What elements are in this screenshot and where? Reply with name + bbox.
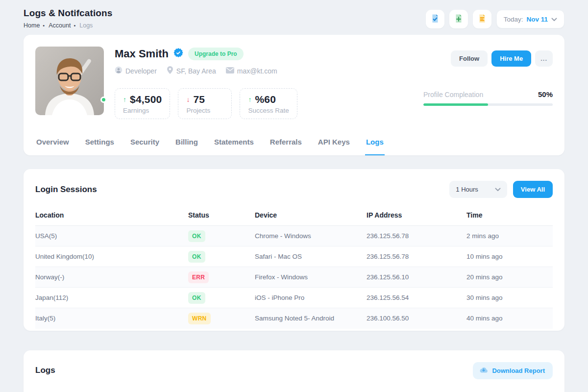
file-check-icon-button[interactable]: [426, 10, 444, 28]
file-plus-icon: [453, 13, 464, 25]
hire-me-button[interactable]: Hire Me: [491, 50, 531, 67]
column-header-status: Status: [188, 205, 255, 226]
status-badge: ERR: [188, 271, 209, 283]
tab-billing[interactable]: Billing: [174, 136, 199, 155]
page-title: Logs & Notifcations: [24, 8, 112, 19]
profile-role-label: Developer: [125, 67, 157, 75]
verified-badge-icon: [173, 48, 183, 60]
table-row[interactable]: Italy(5)WRNSamsung Noted 5- Android236.1…: [35, 308, 553, 329]
profile-right: Follow Hire Me ... Profile Compleation 5…: [423, 47, 553, 119]
cell-location: Italy(5): [35, 308, 188, 329]
sessions-filter-value: 1 Hours: [456, 186, 478, 193]
logs-title: Logs: [35, 366, 55, 375]
tab-security[interactable]: Security: [129, 136, 160, 155]
upgrade-to-pro-badge[interactable]: Upgrade to Pro: [188, 48, 244, 60]
follow-button[interactable]: Follow: [451, 50, 488, 67]
cell-device: iOS - iPhone Pro: [255, 288, 367, 308]
page-root: Logs & Notifcations Home•Account•Logs To: [0, 0, 588, 392]
topbar-actions: Today: Nov 11: [426, 10, 564, 28]
completion-progress-fill: [423, 103, 488, 106]
file-lines-icon: [477, 13, 488, 25]
cell-location: Japan(112): [35, 288, 188, 308]
breadcrumb-item-logs: Logs: [79, 22, 93, 29]
more-options-button[interactable]: ...: [535, 50, 553, 67]
cell-device: Samsung Noted 5- Android: [255, 308, 367, 329]
status-badge: OK: [188, 292, 205, 304]
profile-email-label: max@kt.com: [237, 67, 277, 75]
chevron-down-icon: [495, 186, 501, 193]
cell-ip: 236.125.56.54: [367, 288, 466, 308]
table-row[interactable]: USA(5)OKChrome - Windows236.125.56.782 m…: [35, 226, 553, 246]
file-lines-icon-button[interactable]: [473, 10, 491, 28]
stat-label: Success Rate: [248, 107, 289, 114]
profile-location-label: SF, Bay Area: [176, 67, 216, 75]
column-header-device: Device: [255, 205, 367, 226]
view-all-button[interactable]: View All: [513, 181, 553, 198]
ellipsis-icon: ...: [540, 55, 547, 62]
topbar-left: Logs & Notifcations Home•Account•Logs: [24, 8, 112, 29]
date-picker[interactable]: Today: Nov 11: [496, 10, 564, 28]
table-row[interactable]: United Kingdom(10)OKSafari - Mac OS236.1…: [35, 246, 553, 267]
column-header-time: Time: [466, 205, 553, 226]
avatar-photo: [35, 47, 104, 115]
tab-referrals[interactable]: Referrals: [269, 136, 303, 155]
cell-status: OK: [188, 288, 255, 308]
date-value: Nov 11: [526, 16, 548, 23]
tab-api-keys[interactable]: API Keys: [317, 136, 351, 155]
tab-statements[interactable]: Statements: [213, 136, 255, 155]
stat-label: Projects: [186, 107, 223, 114]
tab-logs[interactable]: Logs: [365, 136, 385, 155]
arrow-up-icon: ↑: [248, 96, 251, 103]
sessions-filter-dropdown[interactable]: 1 Hours: [449, 181, 507, 198]
cloud-download-icon: [479, 367, 488, 375]
cell-status: ERR: [188, 267, 255, 288]
breadcrumb-item-account[interactable]: Account: [49, 22, 71, 29]
stat-earnings: ↑$4,500Earnings: [115, 88, 170, 119]
online-status-dot: [100, 97, 107, 103]
status-badge: OK: [188, 251, 205, 263]
stat-value: 75: [193, 94, 205, 105]
tab-overview[interactable]: Overview: [35, 136, 70, 155]
cell-ip: 236.125.56.78: [367, 226, 466, 246]
stat-value: $4,500: [130, 94, 162, 105]
profile-stats: ↑$4,500Earnings↓75Projects↑%60Success Ra…: [115, 88, 423, 119]
download-report-button[interactable]: Download Report: [473, 362, 553, 379]
profile-info: Max Smith Upgrade to Pro Developer SF, B…: [115, 47, 423, 119]
breadcrumb-item-home[interactable]: Home: [24, 22, 40, 29]
stat-label: Earnings: [123, 107, 162, 114]
profile-location: SF, Bay Area: [167, 66, 216, 75]
cell-time: 20 mins ago: [466, 267, 553, 288]
arrow-down-icon: ↓: [186, 96, 190, 103]
location-icon: [167, 66, 173, 75]
profile-tabs: OverviewSettingsSecurityBillingStatement…: [35, 136, 553, 155]
profile-email: max@kt.com: [226, 66, 277, 75]
avatar: [35, 47, 104, 115]
breadcrumb-separator: •: [74, 23, 75, 28]
login-sessions-card: Login Sessions 1 Hours View All Location…: [24, 169, 564, 331]
stat-success-rate: ↑%60Success Rate: [240, 88, 297, 119]
chevron-down-icon: [551, 16, 557, 23]
completion-progress-bar: [423, 103, 553, 106]
cell-location: United Kingdom(10): [35, 246, 188, 267]
column-header-ip-address: IP Address: [367, 205, 466, 226]
profile-role: Developer: [115, 66, 157, 75]
date-label: Today:: [504, 16, 523, 23]
table-row[interactable]: Japan(112)OKiOS - iPhone Pro236.125.56.5…: [35, 288, 553, 308]
tab-settings[interactable]: Settings: [84, 136, 115, 155]
status-badge: OK: [188, 230, 205, 242]
sessions-table: LocationStatusDeviceIP AddressTime USA(5…: [35, 205, 553, 329]
file-plus-icon-button[interactable]: [449, 10, 468, 28]
logs-card: Logs Download Report 500 ERRPOST /v1/inv…: [24, 350, 564, 392]
sessions-table-header: LocationStatusDeviceIP AddressTime: [35, 205, 553, 226]
table-row[interactable]: Norway(-)ERRFirefox - Windows236.125.56.…: [35, 267, 553, 288]
cell-device: Chrome - Windows: [255, 226, 367, 246]
cell-ip: 236.125.56.78: [367, 246, 466, 267]
cell-time: 2 mins ago: [466, 226, 553, 246]
cell-location: USA(5): [35, 226, 188, 246]
cell-ip: 236.125.56.10: [367, 267, 466, 288]
stat-value: %60: [255, 94, 276, 105]
profile-header: Max Smith Upgrade to Pro Developer SF, B…: [35, 47, 553, 119]
cell-ip: 236.100.56.50: [367, 308, 466, 329]
mail-icon: [226, 67, 234, 75]
breadcrumb-separator: •: [43, 23, 45, 28]
